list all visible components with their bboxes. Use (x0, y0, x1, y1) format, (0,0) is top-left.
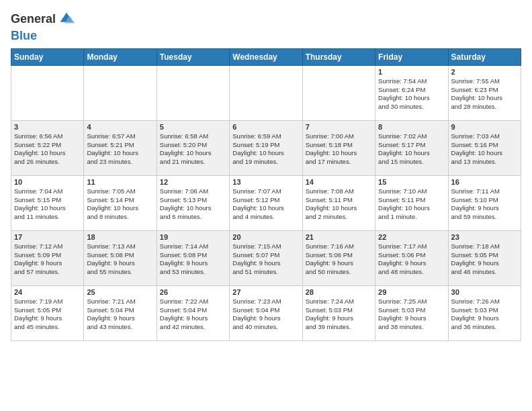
logo-text: General Blue (11, 9, 76, 43)
weekday-header: Friday (375, 48, 448, 65)
calendar-cell: 15Sunrise: 7:10 AM Sunset: 5:11 PM Dayli… (375, 175, 448, 230)
logo-general: General (11, 12, 56, 26)
day-number: 30 (451, 288, 518, 296)
weekday-header: Monday (84, 48, 157, 65)
day-info: Sunrise: 7:19 AM Sunset: 5:05 PM Dayligh… (14, 298, 81, 332)
day-number: 18 (87, 233, 153, 241)
day-number: 14 (306, 178, 372, 186)
day-number: 28 (306, 288, 372, 296)
day-number: 17 (14, 233, 81, 241)
weekday-header: Tuesday (157, 48, 229, 65)
calendar-cell: 10Sunrise: 7:04 AM Sunset: 5:15 PM Dayli… (11, 175, 84, 230)
day-info: Sunrise: 7:22 AM Sunset: 5:04 PM Dayligh… (160, 298, 226, 332)
calendar-cell (84, 65, 157, 120)
day-number: 1 (378, 68, 445, 76)
day-info: Sunrise: 7:12 AM Sunset: 5:09 PM Dayligh… (14, 242, 81, 277)
day-info: Sunrise: 6:57 AM Sunset: 5:21 PM Dayligh… (87, 132, 153, 167)
day-info: Sunrise: 7:02 AM Sunset: 5:17 PM Dayligh… (378, 132, 445, 167)
weekday-header: Thursday (302, 48, 375, 65)
logo: General Blue (11, 9, 76, 43)
day-info: Sunrise: 7:08 AM Sunset: 5:11 PM Dayligh… (306, 187, 372, 222)
calendar-cell: 27Sunrise: 7:23 AM Sunset: 5:04 PM Dayli… (230, 285, 302, 340)
day-number: 12 (160, 178, 226, 186)
calendar-header-row: SundayMondayTuesdayWednesdayThursdayFrid… (11, 48, 521, 65)
calendar-cell: 18Sunrise: 7:13 AM Sunset: 5:08 PM Dayli… (84, 230, 157, 285)
calendar-cell: 1Sunrise: 7:54 AM Sunset: 6:24 PM Daylig… (375, 65, 448, 120)
day-number: 15 (378, 178, 445, 186)
day-number: 20 (232, 233, 299, 241)
calendar-week-row: 3Sunrise: 6:56 AM Sunset: 5:22 PM Daylig… (11, 120, 521, 175)
day-info: Sunrise: 7:23 AM Sunset: 5:04 PM Dayligh… (232, 298, 299, 332)
day-info: Sunrise: 7:14 AM Sunset: 5:08 PM Dayligh… (160, 242, 226, 277)
day-number: 23 (451, 233, 518, 241)
calendar-cell: 25Sunrise: 7:21 AM Sunset: 5:04 PM Dayli… (84, 285, 157, 340)
calendar-cell: 30Sunrise: 7:26 AM Sunset: 5:03 PM Dayli… (448, 285, 521, 340)
day-info: Sunrise: 7:17 AM Sunset: 5:06 PM Dayligh… (378, 242, 445, 277)
day-number: 27 (232, 288, 299, 296)
day-number: 19 (160, 233, 226, 241)
day-number: 8 (378, 123, 445, 131)
weekday-header: Saturday (448, 48, 521, 65)
calendar-cell (11, 65, 84, 120)
day-info: Sunrise: 6:59 AM Sunset: 5:19 PM Dayligh… (232, 132, 299, 167)
day-info: Sunrise: 7:55 AM Sunset: 6:23 PM Dayligh… (451, 77, 518, 111)
day-number: 7 (306, 123, 372, 131)
day-info: Sunrise: 7:06 AM Sunset: 5:13 PM Dayligh… (160, 187, 226, 222)
calendar-cell: 7Sunrise: 7:00 AM Sunset: 5:18 PM Daylig… (302, 120, 375, 175)
logo-blue: Blue (11, 29, 37, 42)
calendar-cell: 6Sunrise: 6:59 AM Sunset: 5:19 PM Daylig… (230, 120, 302, 175)
calendar-week-row: 10Sunrise: 7:04 AM Sunset: 5:15 PM Dayli… (11, 175, 521, 230)
calendar-cell: 2Sunrise: 7:55 AM Sunset: 6:23 PM Daylig… (448, 65, 521, 120)
day-info: Sunrise: 6:56 AM Sunset: 5:22 PM Dayligh… (14, 132, 81, 167)
calendar-cell: 9Sunrise: 7:03 AM Sunset: 5:16 PM Daylig… (448, 120, 521, 175)
day-number: 9 (451, 123, 518, 131)
day-info: Sunrise: 7:03 AM Sunset: 5:16 PM Dayligh… (451, 132, 518, 167)
calendar-table: SundayMondayTuesdayWednesdayThursdayFrid… (11, 48, 521, 341)
calendar-cell: 17Sunrise: 7:12 AM Sunset: 5:09 PM Dayli… (11, 230, 84, 285)
calendar-week-row: 17Sunrise: 7:12 AM Sunset: 5:09 PM Dayli… (11, 230, 521, 285)
calendar-week-row: 24Sunrise: 7:19 AM Sunset: 5:05 PM Dayli… (11, 285, 521, 340)
calendar-cell: 21Sunrise: 7:16 AM Sunset: 5:06 PM Dayli… (302, 230, 375, 285)
day-info: Sunrise: 7:15 AM Sunset: 5:07 PM Dayligh… (232, 242, 299, 277)
day-number: 5 (160, 123, 226, 131)
weekday-header: Sunday (11, 48, 84, 65)
calendar-cell: 19Sunrise: 7:14 AM Sunset: 5:08 PM Dayli… (157, 230, 229, 285)
day-info: Sunrise: 7:10 AM Sunset: 5:11 PM Dayligh… (378, 187, 445, 222)
calendar-cell: 14Sunrise: 7:08 AM Sunset: 5:11 PM Dayli… (302, 175, 375, 230)
weekday-header: Wednesday (230, 48, 302, 65)
day-info: Sunrise: 7:54 AM Sunset: 6:24 PM Dayligh… (378, 77, 445, 111)
day-number: 24 (14, 288, 81, 296)
day-number: 21 (306, 233, 372, 241)
day-info: Sunrise: 7:21 AM Sunset: 5:04 PM Dayligh… (87, 298, 153, 332)
calendar-cell: 5Sunrise: 6:58 AM Sunset: 5:20 PM Daylig… (157, 120, 229, 175)
day-number: 10 (14, 178, 81, 186)
calendar-cell (230, 65, 302, 120)
page: General Blue SundayMondayTuesdayWednesda… (0, 0, 532, 348)
calendar-cell: 12Sunrise: 7:06 AM Sunset: 5:13 PM Dayli… (157, 175, 229, 230)
day-number: 4 (87, 123, 153, 131)
calendar-cell: 4Sunrise: 6:57 AM Sunset: 5:21 PM Daylig… (84, 120, 157, 175)
day-info: Sunrise: 7:05 AM Sunset: 5:14 PM Dayligh… (87, 187, 153, 222)
calendar-cell: 20Sunrise: 7:15 AM Sunset: 5:07 PM Dayli… (230, 230, 302, 285)
day-info: Sunrise: 7:07 AM Sunset: 5:12 PM Dayligh… (232, 187, 299, 222)
calendar-cell: 13Sunrise: 7:07 AM Sunset: 5:12 PM Dayli… (230, 175, 302, 230)
day-number: 26 (160, 288, 226, 296)
day-info: Sunrise: 7:18 AM Sunset: 5:05 PM Dayligh… (451, 242, 518, 277)
day-info: Sunrise: 7:16 AM Sunset: 5:06 PM Dayligh… (306, 242, 372, 277)
logo-icon (57, 9, 76, 28)
calendar-cell: 24Sunrise: 7:19 AM Sunset: 5:05 PM Dayli… (11, 285, 84, 340)
day-number: 13 (232, 178, 299, 186)
day-info: Sunrise: 7:13 AM Sunset: 5:08 PM Dayligh… (87, 242, 153, 277)
day-info: Sunrise: 7:26 AM Sunset: 5:03 PM Dayligh… (451, 298, 518, 332)
day-info: Sunrise: 7:25 AM Sunset: 5:03 PM Dayligh… (378, 298, 445, 332)
calendar-cell: 23Sunrise: 7:18 AM Sunset: 5:05 PM Dayli… (448, 230, 521, 285)
calendar-cell: 11Sunrise: 7:05 AM Sunset: 5:14 PM Dayli… (84, 175, 157, 230)
day-number: 2 (451, 68, 518, 76)
day-info: Sunrise: 7:24 AM Sunset: 5:03 PM Dayligh… (306, 298, 372, 332)
calendar-cell: 22Sunrise: 7:17 AM Sunset: 5:06 PM Dayli… (375, 230, 448, 285)
calendar-cell: 16Sunrise: 7:11 AM Sunset: 5:10 PM Dayli… (448, 175, 521, 230)
day-number: 29 (378, 288, 445, 296)
calendar-cell (302, 65, 375, 120)
calendar-cell: 26Sunrise: 7:22 AM Sunset: 5:04 PM Dayli… (157, 285, 229, 340)
calendar-week-row: 1Sunrise: 7:54 AM Sunset: 6:24 PM Daylig… (11, 65, 521, 120)
